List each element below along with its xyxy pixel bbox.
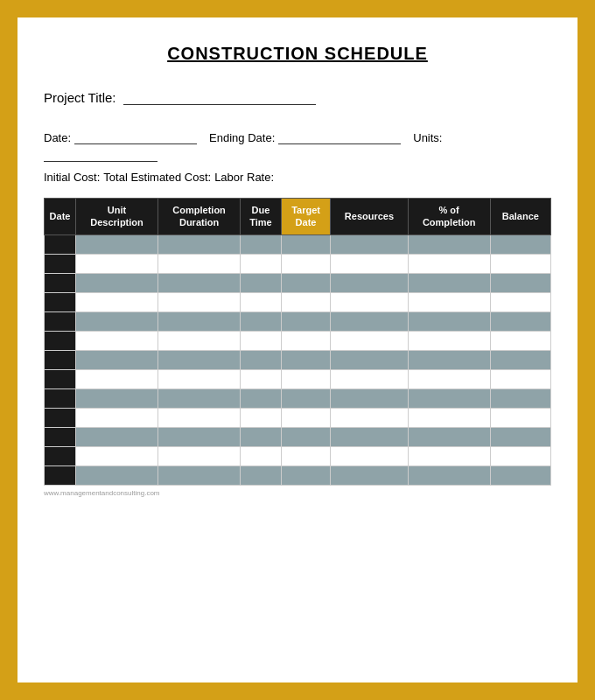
date-field[interactable] (74, 132, 197, 144)
table-cell[interactable] (158, 254, 241, 273)
table-row-date[interactable] (45, 292, 76, 312)
table-cell[interactable] (490, 312, 550, 331)
table-cell[interactable] (158, 234, 241, 254)
table-cell[interactable] (76, 312, 158, 331)
table-cell[interactable] (158, 446, 241, 466)
table-cell[interactable] (331, 292, 408, 312)
table-row-date[interactable] (45, 273, 76, 292)
table-cell[interactable] (241, 312, 282, 331)
table-cell[interactable] (281, 388, 331, 408)
table-cell[interactable] (490, 369, 550, 388)
table-cell[interactable] (331, 350, 408, 369)
table-cell[interactable] (241, 369, 282, 388)
table-cell[interactable] (331, 254, 408, 273)
table-cell[interactable] (331, 273, 408, 292)
table-cell[interactable] (408, 427, 490, 446)
project-title-field[interactable] (123, 91, 316, 105)
table-cell[interactable] (490, 408, 550, 427)
table-cell[interactable] (281, 273, 331, 292)
table-cell[interactable] (408, 446, 490, 466)
table-cell[interactable] (281, 331, 331, 350)
table-cell[interactable] (76, 369, 158, 388)
table-cell[interactable] (241, 273, 282, 292)
table-row-date[interactable] (45, 427, 76, 446)
table-cell[interactable] (331, 466, 408, 485)
table-row-date[interactable] (45, 408, 76, 427)
table-cell[interactable] (241, 388, 282, 408)
table-cell[interactable] (490, 446, 550, 466)
table-cell[interactable] (76, 388, 158, 408)
table-cell[interactable] (158, 331, 241, 350)
table-row-date[interactable] (45, 312, 76, 331)
table-cell[interactable] (331, 446, 408, 466)
table-cell[interactable] (490, 273, 550, 292)
table-cell[interactable] (408, 369, 490, 388)
table-row-date[interactable] (45, 369, 76, 388)
table-cell[interactable] (158, 388, 241, 408)
table-cell[interactable] (76, 350, 158, 369)
table-cell[interactable] (241, 331, 282, 350)
table-cell[interactable] (281, 446, 331, 466)
table-cell[interactable] (76, 466, 158, 485)
table-cell[interactable] (408, 234, 490, 254)
table-row-date[interactable] (45, 388, 76, 408)
table-cell[interactable] (490, 466, 550, 485)
table-cell[interactable] (408, 388, 490, 408)
table-cell[interactable] (76, 292, 158, 312)
table-cell[interactable] (490, 254, 550, 273)
table-cell[interactable] (490, 234, 550, 254)
table-cell[interactable] (76, 234, 158, 254)
table-cell[interactable] (76, 427, 158, 446)
table-cell[interactable] (281, 408, 331, 427)
table-cell[interactable] (76, 408, 158, 427)
table-cell[interactable] (408, 292, 490, 312)
table-row-date[interactable] (45, 234, 76, 254)
table-cell[interactable] (408, 273, 490, 292)
table-cell[interactable] (331, 331, 408, 350)
table-cell[interactable] (331, 388, 408, 408)
table-cell[interactable] (241, 234, 282, 254)
table-cell[interactable] (281, 254, 331, 273)
table-cell[interactable] (241, 446, 282, 466)
table-cell[interactable] (331, 427, 408, 446)
table-cell[interactable] (76, 273, 158, 292)
table-cell[interactable] (76, 254, 158, 273)
table-cell[interactable] (408, 331, 490, 350)
table-cell[interactable] (241, 466, 282, 485)
table-cell[interactable] (281, 350, 331, 369)
table-cell[interactable] (158, 408, 241, 427)
table-cell[interactable] (281, 369, 331, 388)
table-row-date[interactable] (45, 254, 76, 273)
table-cell[interactable] (158, 312, 241, 331)
table-cell[interactable] (76, 446, 158, 466)
ending-date-field[interactable] (278, 132, 401, 144)
table-cell[interactable] (158, 427, 241, 446)
table-cell[interactable] (241, 350, 282, 369)
table-cell[interactable] (158, 466, 241, 485)
table-cell[interactable] (490, 388, 550, 408)
table-cell[interactable] (241, 408, 282, 427)
table-cell[interactable] (408, 350, 490, 369)
table-cell[interactable] (490, 331, 550, 350)
units-field[interactable] (44, 150, 158, 162)
table-row-date[interactable] (45, 331, 76, 350)
table-cell[interactable] (158, 369, 241, 388)
table-cell[interactable] (331, 312, 408, 331)
table-cell[interactable] (408, 312, 490, 331)
table-cell[interactable] (158, 350, 241, 369)
table-cell[interactable] (281, 234, 331, 254)
table-cell[interactable] (331, 408, 408, 427)
table-cell[interactable] (331, 234, 408, 254)
table-cell[interactable] (241, 427, 282, 446)
table-cell[interactable] (76, 331, 158, 350)
table-cell[interactable] (490, 350, 550, 369)
table-cell[interactable] (281, 466, 331, 485)
table-cell[interactable] (490, 292, 550, 312)
table-cell[interactable] (490, 427, 550, 446)
table-cell[interactable] (158, 292, 241, 312)
table-row-date[interactable] (45, 446, 76, 466)
table-cell[interactable] (158, 273, 241, 292)
table-cell[interactable] (241, 254, 282, 273)
table-cell[interactable] (408, 466, 490, 485)
table-cell[interactable] (408, 254, 490, 273)
